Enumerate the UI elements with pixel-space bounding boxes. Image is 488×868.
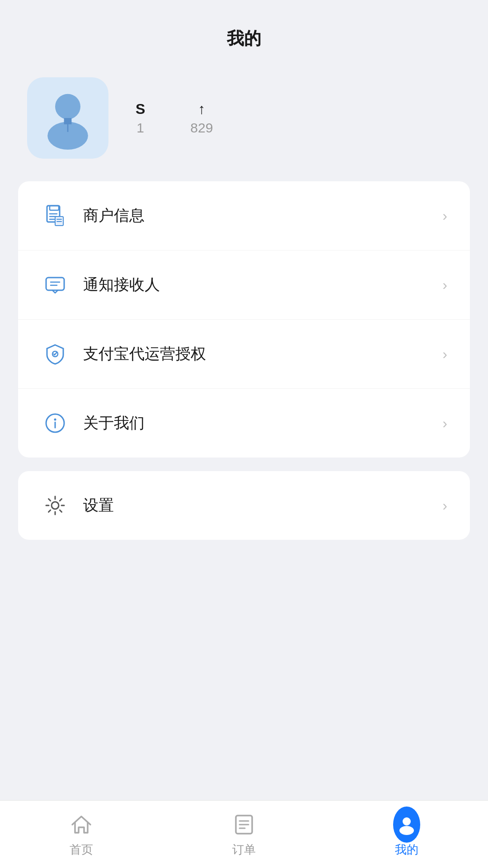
message-icon	[41, 270, 70, 299]
stat-plus: ↑ 829	[190, 101, 213, 136]
chevron-right-icon: ›	[442, 208, 447, 224]
gear-icon	[41, 491, 70, 520]
order-icon	[230, 811, 258, 838]
chevron-right-icon: ›	[442, 415, 447, 432]
menu-label-about: 关于我们	[83, 413, 442, 434]
bottom-navigation: 首页 订单 我的	[0, 800, 488, 868]
nav-label-orders: 订单	[232, 842, 256, 858]
menu-label-notification: 通知接收人	[83, 274, 442, 295]
shield-icon	[41, 340, 70, 368]
nav-label-mine: 我的	[395, 842, 418, 858]
menu-item-merchant-info[interactable]: 商户信息 ›	[18, 181, 470, 250]
menu-label-settings: 设置	[83, 495, 442, 516]
menu-item-settings[interactable]: 设置 ›	[18, 471, 470, 540]
nav-item-orders[interactable]: 订单	[199, 811, 289, 858]
menu-card-main: 商户信息 › 通知接收人 › 支付宝代运营授权 ›	[18, 181, 470, 458]
chevron-right-icon: ›	[442, 346, 447, 363]
profile-stats: S 1 ↑ 829	[136, 101, 213, 136]
stat-s-label: S	[136, 101, 145, 118]
nav-label-home: 首页	[70, 842, 93, 858]
menu-item-about[interactable]: 关于我们 ›	[18, 389, 470, 458]
nav-item-mine[interactable]: 我的	[361, 811, 452, 858]
chevron-right-icon: ›	[442, 277, 447, 293]
stat-plus-label: ↑	[198, 101, 205, 118]
svg-point-25	[399, 826, 414, 835]
menu-label-alipay: 支付宝代运营授权	[83, 344, 442, 364]
page-title: 我的	[227, 29, 261, 48]
menu-card-settings: 设置 ›	[18, 471, 470, 540]
info-circle-icon	[41, 409, 70, 438]
menu-item-notification[interactable]: 通知接收人 ›	[18, 250, 470, 320]
svg-rect-12	[46, 278, 64, 290]
document-icon	[41, 201, 70, 230]
nav-item-home[interactable]: 首页	[36, 811, 127, 858]
svg-point-24	[403, 817, 411, 826]
menu-label-merchant: 商户信息	[83, 205, 442, 226]
svg-point-17	[54, 419, 56, 421]
avatar[interactable]	[27, 77, 108, 159]
mine-icon	[393, 811, 420, 838]
stat-s-value: 1	[136, 120, 144, 136]
home-icon	[68, 811, 95, 838]
profile-section: S 1 ↑ 829	[0, 64, 488, 181]
chevron-right-icon: ›	[442, 497, 447, 514]
svg-point-0	[55, 94, 80, 119]
svg-point-19	[52, 502, 59, 509]
stat-s: S 1	[136, 101, 145, 136]
page-header: 我的	[0, 0, 488, 64]
menu-item-alipay-auth[interactable]: 支付宝代运营授权 ›	[18, 320, 470, 389]
stat-plus-value: 829	[190, 120, 213, 136]
